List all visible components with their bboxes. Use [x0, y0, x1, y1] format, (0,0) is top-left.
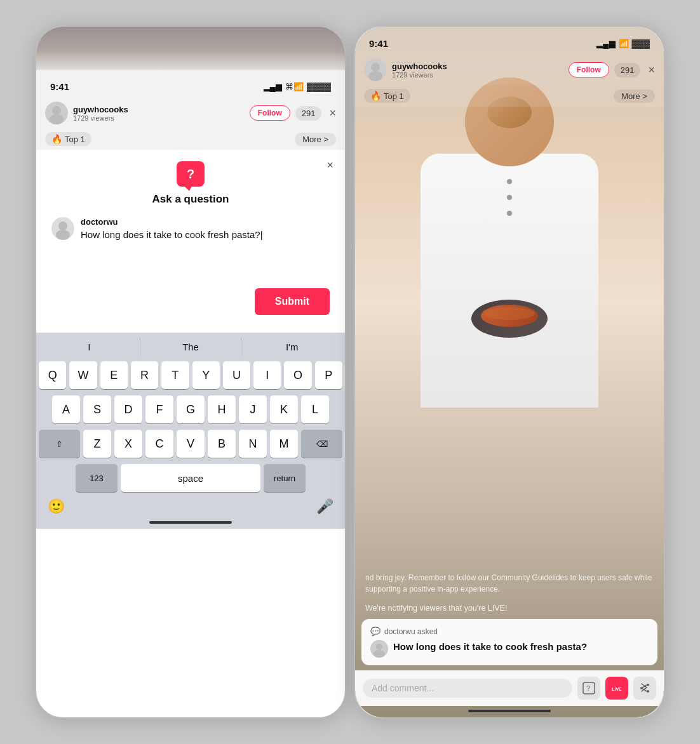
key-z[interactable]: Z: [83, 430, 111, 458]
comment-bar: Add comment... ? LIVE: [355, 670, 664, 706]
suggestion-the[interactable]: The: [140, 338, 242, 356]
close-button-left[interactable]: ×: [329, 107, 336, 120]
keyboard-row-1: Q W E R T Y U I O P: [39, 361, 342, 389]
home-indicator-right: [468, 710, 551, 712]
question-card-icon: 💬: [370, 627, 380, 636]
question-card: 💬 doctorwu asked How long does it take t…: [361, 619, 657, 665]
key-q[interactable]: Q: [39, 361, 66, 389]
key-b[interactable]: B: [208, 430, 236, 458]
flame-icon-left: 🔥: [51, 134, 62, 144]
viewer-count-right: 291: [614, 63, 641, 77]
status-bar-left: 9:41 ▂▄▆ ⌘📶 ▓▓▓▓: [36, 70, 345, 98]
key-c[interactable]: C: [145, 430, 173, 458]
header-right: guywhocooks 1729 viewers Follow 291 ×: [355, 55, 664, 85]
avatar-right: [364, 58, 387, 81]
key-p[interactable]: P: [315, 361, 342, 389]
signal-icon-right: ▂▄▆: [596, 39, 615, 48]
key-123[interactable]: 123: [76, 464, 118, 492]
left-phone: 9:41 ▂▄▆ ⌘📶 ▓▓▓▓ guywhocooks 1729 viewer…: [35, 25, 346, 719]
close-button-right[interactable]: ×: [648, 63, 655, 77]
modal-title: Ask a question: [51, 193, 330, 206]
more-button-left[interactable]: More >: [295, 133, 336, 146]
svg-point-3: [56, 230, 70, 240]
bottom-overlay: nd bring joy. Remember to follow our Com…: [355, 566, 664, 717]
keyboard-row-4: 123 space return: [39, 464, 342, 492]
key-o[interactable]: O: [284, 361, 311, 389]
key-g[interactable]: G: [177, 395, 205, 423]
share-action-button[interactable]: [633, 677, 656, 700]
svg-point-4: [371, 63, 380, 72]
suggestion-im[interactable]: I'm: [241, 338, 342, 356]
question-text-area[interactable]: doctorwu How long does it take to cook f…: [81, 217, 330, 241]
follow-button-right[interactable]: Follow: [569, 62, 609, 77]
question-bubble-icon: ?: [177, 161, 205, 187]
microphone-button[interactable]: 🎤: [316, 498, 333, 515]
key-h[interactable]: H: [208, 395, 236, 423]
key-n[interactable]: N: [239, 430, 267, 458]
right-phone: 9:41 ▂▄▆ 📶 ▓▓▓ guywhocooks 1729 viewers …: [354, 25, 665, 719]
username-left: guywhocooks: [73, 105, 245, 114]
question-mark: ?: [187, 167, 194, 182]
key-f[interactable]: F: [145, 395, 173, 423]
question-input-area: doctorwu How long does it take to cook f…: [51, 217, 330, 241]
home-indicator-left: [149, 521, 232, 524]
status-icons-right: ▂▄▆ 📶 ▓▓▓: [596, 39, 650, 48]
question-input-text[interactable]: How long does it take to cook fresh past…: [81, 228, 330, 241]
modal-icon: ?: [51, 161, 330, 187]
input-avatar: [51, 217, 74, 240]
submit-row: Submit: [51, 288, 330, 315]
key-s[interactable]: S: [83, 395, 111, 423]
key-u[interactable]: U: [223, 361, 250, 389]
key-a[interactable]: A: [52, 395, 80, 423]
status-icons-left: ▂▄▆ ⌘📶 ▓▓▓▓: [264, 82, 331, 91]
key-y[interactable]: Y: [192, 361, 220, 389]
status-bar-right: 9:41 ▂▄▆ 📶 ▓▓▓: [355, 27, 664, 55]
user-info-left: guywhocooks 1729 viewers: [73, 105, 245, 122]
svg-point-7: [374, 650, 385, 658]
key-shift[interactable]: ⇧: [39, 430, 80, 458]
user-info-right: guywhocooks 1729 viewers: [392, 62, 563, 79]
video-peek: [36, 27, 345, 70]
question-action-button[interactable]: ?: [577, 677, 600, 700]
key-x[interactable]: X: [114, 430, 142, 458]
key-t[interactable]: T: [161, 361, 189, 389]
key-l[interactable]: L: [301, 395, 329, 423]
top-bar-right: 🔥 Top 1 More >: [355, 85, 664, 107]
key-return[interactable]: return: [264, 464, 306, 492]
more-button-right[interactable]: More >: [614, 90, 655, 103]
top-badge-right: 🔥 Top 1: [364, 89, 410, 103]
qcard-user: doctorwu asked: [384, 627, 438, 636]
key-m[interactable]: M: [270, 430, 298, 458]
key-v[interactable]: V: [177, 430, 205, 458]
comment-input[interactable]: Add comment...: [363, 679, 572, 698]
key-backspace[interactable]: ⌫: [301, 430, 342, 458]
emoji-button[interactable]: 🙂: [48, 498, 65, 515]
viewers-right: 1729 viewers: [392, 71, 563, 79]
modal-close-button[interactable]: ×: [326, 159, 333, 172]
key-d[interactable]: D: [114, 395, 142, 423]
avatar-left: [45, 102, 68, 124]
key-e[interactable]: E: [100, 361, 128, 389]
key-space[interactable]: space: [121, 464, 260, 492]
suggestion-i[interactable]: I: [39, 338, 140, 356]
follow-button-left[interactable]: Follow: [250, 105, 290, 121]
key-r[interactable]: R: [131, 361, 158, 389]
flame-icon-right: 🔥: [370, 91, 381, 101]
battery-icon-right: ▓▓▓: [632, 39, 650, 48]
ask-question-modal: × ? Ask a question doctorwu How long doe…: [36, 150, 345, 333]
key-k[interactable]: K: [270, 395, 298, 423]
submit-button[interactable]: Submit: [255, 288, 330, 315]
status-time-right: 9:41: [369, 38, 388, 49]
key-i[interactable]: I: [253, 361, 281, 389]
svg-point-5: [368, 71, 382, 81]
qcard-header: 💬 doctorwu asked: [370, 627, 649, 636]
question-username: doctorwu: [81, 217, 330, 227]
svg-point-2: [58, 222, 67, 230]
key-j[interactable]: J: [239, 395, 267, 423]
keyboard: I The I'm Q W E R T Y U I O P A S D F: [36, 333, 345, 529]
top-bar-left: 🔥 Top 1 More >: [36, 128, 345, 150]
svg-point-0: [52, 106, 61, 115]
key-w[interactable]: W: [69, 361, 97, 389]
live-action-button[interactable]: LIVE: [605, 677, 628, 700]
community-text: nd bring joy. Remember to follow our Com…: [355, 566, 664, 601]
